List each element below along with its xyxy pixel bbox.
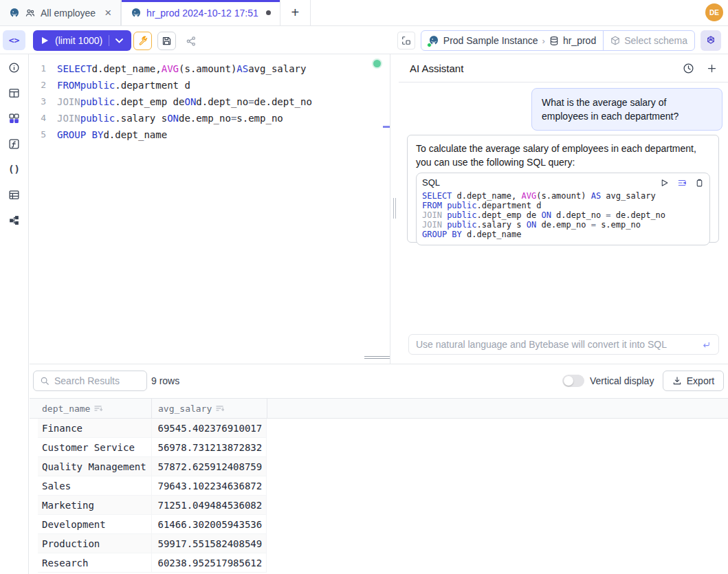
tab-label: hr_prod 2024-10-12 17:51 — [146, 8, 258, 19]
ai-assistant-title: AI Assistant — [410, 63, 463, 74]
table-row[interactable]: Customer Service56978.731213872832 — [38, 438, 267, 457]
column-header-avg-salary[interactable]: avg_salary — [151, 399, 267, 418]
row-count: 9 rows — [151, 375, 179, 386]
cell-dept-name[interactable]: Marketing — [38, 496, 151, 514]
sheet-users-icon — [25, 8, 36, 19]
ai-prompt-input[interactable]: Use natural language and Bytebase will c… — [408, 334, 719, 355]
table-row[interactable]: Production59917.551582408549 — [38, 534, 267, 553]
user-avatar[interactable]: DE — [705, 3, 723, 21]
cell-dept-name[interactable]: Research — [38, 553, 151, 572]
export-button[interactable]: Export — [663, 371, 724, 391]
vertical-display-toggle[interactable] — [562, 375, 584, 387]
play-icon — [41, 36, 49, 45]
table-row[interactable]: Development61466.302005943536 — [38, 515, 267, 534]
tab-all-employee[interactable]: All employee × — [0, 0, 121, 25]
cell-avg-salary[interactable]: 59917.551582408549 — [151, 534, 267, 553]
sql-editor[interactable]: 1SELECT d.dept_name, AVG(s.amount) AS av… — [30, 54, 390, 364]
schema-selector[interactable]: Select schema — [603, 31, 694, 50]
run-label: (limit 1000) — [55, 35, 102, 46]
search-placeholder: Search Results — [54, 375, 120, 386]
results-table-body: Finance69545.402376910017Customer Servic… — [38, 419, 267, 573]
return-key-icon[interactable] — [701, 340, 712, 349]
vertical-resize-handle[interactable] — [390, 54, 399, 364]
sidebar-item-parentheses[interactable]: () — [8, 162, 21, 176]
postgres-icon — [9, 8, 20, 19]
chevron-down-icon[interactable] — [115, 38, 123, 43]
cell-avg-salary[interactable]: 56978.731213872832 — [151, 438, 267, 456]
openai-assistant-button[interactable] — [701, 30, 721, 51]
history-clock-icon[interactable] — [683, 63, 694, 74]
header-filler — [267, 399, 728, 418]
results-table-header: dept_name avg_salary — [30, 398, 728, 419]
search-results-input[interactable]: Search Results — [33, 371, 147, 391]
status-dot — [427, 43, 432, 47]
cell-dept-name[interactable]: Customer Service — [38, 438, 151, 456]
download-icon — [672, 376, 682, 386]
cell-avg-salary[interactable]: 61466.302005943536 — [151, 515, 267, 533]
ai-assistant-header: AI Assistant — [399, 54, 728, 82]
cell-avg-salary[interactable]: 69545.402376910017 — [151, 419, 267, 437]
horizontal-resize-handle[interactable] — [364, 355, 390, 360]
query-results-panel: Search Results 9 rows Vertical display E… — [30, 364, 728, 574]
chevron-right-icon: › — [542, 36, 545, 46]
sidebar-item-data-table[interactable] — [8, 188, 21, 201]
editor-code[interactable]: 1SELECT d.dept_name, AVG(s.amount) AS av… — [30, 54, 390, 143]
schema-placeholder: Select schema — [624, 35, 687, 46]
insert-into-editor-icon[interactable] — [676, 178, 687, 188]
format-sql-button[interactable] — [397, 32, 415, 49]
tab-label: All employee — [41, 8, 96, 19]
sidebar-item-functions[interactable] — [8, 137, 21, 151]
column-header-dept-name[interactable]: dept_name — [30, 399, 151, 418]
cell-dept-name[interactable]: Sales — [38, 476, 151, 495]
sort-icon — [94, 405, 102, 412]
assistant-code: SELECT d.dept_name, AVG(s.amount) AS avg… — [422, 191, 704, 239]
schema-sidebar: () — [0, 54, 29, 574]
cell-dept-name[interactable]: Finance — [38, 419, 151, 437]
share-button[interactable] — [181, 32, 200, 50]
connection-healthy-dot — [373, 60, 381, 67]
table-row[interactable]: Research60238.952517985612 — [38, 553, 267, 573]
table-row[interactable]: Sales79643.102234636872 — [38, 476, 267, 496]
table-row[interactable]: Finance69545.402376910017 — [38, 419, 267, 438]
vertical-display-label: Vertical display — [590, 375, 654, 386]
overview-ruler-cursor-mark — [383, 126, 390, 128]
instance-database-selector[interactable]: Prod Sample Instance › hr_prod — [421, 31, 603, 50]
tab-strip: All employee × hr_prod 2024-10-12 17:51 … — [0, 0, 728, 26]
postgres-icon — [428, 35, 439, 46]
copy-icon[interactable] — [695, 178, 704, 188]
tab-hr-prod-sheet[interactable]: hr_prod 2024-10-12 17:51 — [121, 0, 280, 25]
save-sheet-button[interactable] — [157, 32, 176, 50]
editor-toolbar: <> (limit 1000) Prod Sample Instanc — [0, 26, 728, 54]
code-language-label: SQL — [422, 177, 440, 188]
admin-wrench-button[interactable] — [133, 32, 152, 50]
sidebar-item-info[interactable] — [8, 60, 21, 74]
database-name: hr_prod — [563, 35, 596, 46]
cell-dept-name[interactable]: Development — [38, 515, 151, 533]
cell-avg-salary[interactable]: 60238.952517985612 — [151, 553, 267, 572]
assistant-code-block: SQL SELECT d.dept_name, AVG(s.amount) AS… — [416, 173, 710, 245]
run-query-button[interactable]: (limit 1000) — [33, 30, 131, 51]
sidebar-item-tables[interactable] — [8, 86, 21, 100]
ai-assistant-panel: AI Assistant What is the average salary … — [399, 54, 728, 364]
new-conversation-icon[interactable] — [707, 63, 717, 74]
new-tab-button[interactable]: + — [280, 0, 311, 25]
search-icon — [40, 376, 49, 386]
sidebar-item-schema-diagram[interactable] — [8, 213, 21, 227]
sql-editor-panel-button[interactable]: <> — [3, 30, 25, 50]
cell-avg-salary[interactable]: 71251.049484536082 — [151, 496, 267, 514]
sort-icon — [216, 405, 224, 412]
run-code-icon[interactable] — [660, 178, 669, 188]
cell-dept-name[interactable]: Quality Management — [38, 457, 151, 476]
close-icon[interactable]: × — [104, 7, 111, 19]
sidebar-item-dashboard[interactable] — [8, 111, 21, 125]
connection-breadcrumb: Prod Sample Instance › hr_prod Select sc… — [421, 30, 695, 51]
assistant-answer-text: To calculate the average salary of emplo… — [416, 142, 710, 169]
table-row[interactable]: Quality Management57872.625912408759 — [38, 457, 267, 476]
cell-avg-salary[interactable]: 79643.102234636872 — [151, 476, 267, 495]
grip-icon — [393, 198, 396, 219]
database-icon — [549, 36, 559, 46]
table-row[interactable]: Marketing71251.049484536082 — [38, 496, 267, 515]
user-message-bubble: What is the average salary of employees … — [531, 88, 723, 131]
cell-dept-name[interactable]: Production — [38, 534, 151, 553]
cell-avg-salary[interactable]: 57872.625912408759 — [151, 457, 267, 476]
